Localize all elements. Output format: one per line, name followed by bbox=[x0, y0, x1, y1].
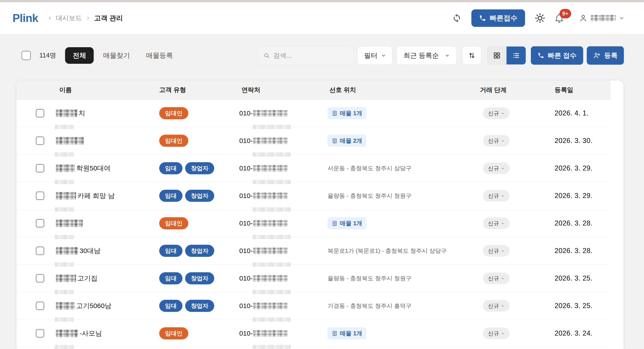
stage-dropdown[interactable]: 신규 bbox=[483, 162, 510, 174]
quick-intake-toolbar-label: 빠른 접수 bbox=[548, 51, 576, 60]
redacted-phone bbox=[253, 165, 288, 172]
phone-number-prefix: 010- bbox=[239, 109, 253, 117]
view-mode-toggle bbox=[487, 46, 526, 65]
sun-icon bbox=[535, 13, 545, 23]
stage-dropdown[interactable]: 신규 bbox=[483, 300, 510, 312]
row-checkbox[interactable] bbox=[36, 191, 44, 200]
redacted-phone bbox=[253, 330, 288, 337]
building-icon bbox=[332, 138, 338, 144]
redacted-phone bbox=[253, 247, 288, 254]
building-icon bbox=[332, 220, 338, 226]
register-customer-button[interactable]: 등록 bbox=[587, 46, 624, 65]
table-row: 30대남임대창업자010-북문로1가 (북문로1) - 충청북도 청주시 상당구… bbox=[16, 237, 610, 265]
list-view-button[interactable] bbox=[506, 47, 526, 65]
preferred-location: 율량동 - 충청북도 청주시 청원구 bbox=[328, 192, 412, 200]
preferred-location: 서문동 - 충청북도 청주시 상당구 bbox=[328, 164, 412, 172]
user-name-redacted bbox=[591, 15, 616, 21]
column-header-location: 선호 위치 bbox=[328, 86, 483, 94]
stage-label: 신규 bbox=[488, 302, 499, 310]
select-all-checkbox[interactable] bbox=[22, 51, 31, 60]
redacted-name bbox=[56, 219, 83, 227]
tab-find-listing[interactable]: 매물찾기 bbox=[96, 47, 137, 64]
chevron-down-icon bbox=[381, 53, 386, 58]
customer-type-badge: 임대인 bbox=[159, 327, 188, 339]
listing-count-chip[interactable]: 매물 1개 bbox=[328, 107, 366, 119]
row-checkbox[interactable] bbox=[36, 301, 44, 310]
redacted-name bbox=[56, 247, 78, 255]
table-header-row: 이름 고객 유형 연락처 선호 위치 거래 단계 등록일 bbox=[16, 81, 610, 100]
sort-order-label: 최근 등록순 bbox=[404, 51, 439, 60]
user-menu[interactable] bbox=[579, 14, 624, 23]
stage-dropdown[interactable]: 신규 bbox=[483, 327, 510, 339]
registered-date: 2026. 3. 24. bbox=[554, 329, 592, 337]
quick-intake-label: 빠른접수 bbox=[490, 14, 518, 23]
column-header-type: 고객 유형 bbox=[159, 86, 239, 94]
row-checkbox[interactable] bbox=[36, 246, 44, 255]
building-icon bbox=[332, 110, 338, 116]
stage-dropdown[interactable]: 신규 bbox=[483, 135, 510, 147]
grid-view-button[interactable] bbox=[487, 47, 506, 65]
stage-dropdown[interactable]: 신규 bbox=[483, 217, 510, 229]
chevron-down-icon bbox=[445, 53, 450, 58]
registered-date: 2026. 3. 28. bbox=[554, 247, 592, 255]
sort-direction-button[interactable] bbox=[462, 46, 481, 65]
chevron-down-icon bbox=[501, 139, 505, 143]
search-box bbox=[258, 46, 354, 65]
customer-name: 카페 희망 남 bbox=[77, 191, 115, 200]
row-checkbox[interactable] bbox=[36, 109, 44, 117]
registered-date: 2026. 3. 29. bbox=[554, 164, 592, 172]
phone-number-prefix: 010- bbox=[239, 329, 253, 337]
stage-label: 신규 bbox=[488, 137, 499, 145]
chevron-down-icon bbox=[501, 221, 505, 225]
quick-intake-button[interactable]: 빠른접수 bbox=[471, 10, 525, 27]
listing-count-label: 매물 2개 bbox=[340, 137, 362, 145]
redacted-name bbox=[56, 192, 76, 200]
theme-toggle-button[interactable] bbox=[535, 13, 545, 23]
stage-label: 신규 bbox=[488, 165, 499, 172]
stage-dropdown[interactable]: 신규 bbox=[483, 107, 510, 119]
row-checkbox[interactable] bbox=[36, 329, 44, 337]
column-header-contact: 연락처 bbox=[239, 86, 328, 94]
row-checkbox[interactable] bbox=[36, 274, 44, 282]
table-row: 치임대인010-매물 1개신규2026. 4. 1. bbox=[16, 100, 610, 127]
filter-button[interactable]: 필터 bbox=[358, 46, 392, 65]
refresh-button[interactable] bbox=[452, 14, 462, 23]
table-body: 치임대인010-매물 1개신규2026. 4. 1.임대인010-매물 2개신규… bbox=[16, 100, 610, 347]
listing-count-chip[interactable]: 매물 2개 bbox=[328, 135, 366, 147]
stage-dropdown[interactable]: 신규 bbox=[483, 245, 510, 257]
sort-order-select[interactable]: 최근 등록순 bbox=[396, 46, 456, 65]
customer-name: 30대남 bbox=[80, 246, 100, 255]
phone-number-prefix: 010- bbox=[239, 192, 253, 200]
tab-all[interactable]: 전체 bbox=[65, 47, 94, 64]
redacted-phone bbox=[253, 275, 288, 282]
quick-intake-button-toolbar[interactable]: 빠른 접수 bbox=[531, 46, 583, 65]
redacted-name bbox=[56, 274, 76, 282]
customer-name: 치 bbox=[78, 109, 85, 118]
search-input[interactable] bbox=[274, 52, 348, 59]
customer-type-badge: 임대인 bbox=[159, 107, 188, 119]
customer-type-badge: 창업자 bbox=[185, 245, 214, 257]
customer-table-card: 이름 고객 유형 연락처 선호 위치 거래 단계 등록일 치임대인010-매물 … bbox=[16, 81, 624, 349]
row-checkbox[interactable] bbox=[36, 164, 44, 172]
grid-icon bbox=[493, 52, 501, 59]
redacted-name bbox=[56, 109, 77, 117]
customer-type-badge: 창업자 bbox=[185, 300, 214, 312]
phone-number-prefix: 010- bbox=[239, 164, 253, 172]
breadcrumb-dashboard[interactable]: 대시보드 bbox=[56, 14, 82, 23]
tab-register-listing[interactable]: 매물등록 bbox=[139, 47, 180, 64]
stage-label: 신규 bbox=[488, 275, 499, 282]
column-header-name: 이름 bbox=[56, 86, 159, 94]
stage-label: 신규 bbox=[488, 110, 499, 117]
phone-number-prefix: 010- bbox=[239, 302, 253, 310]
phone-number-prefix: 010- bbox=[239, 219, 253, 227]
row-checkbox[interactable] bbox=[36, 136, 44, 145]
redacted-name bbox=[56, 164, 75, 172]
stage-dropdown[interactable]: 신규 bbox=[483, 272, 510, 284]
user-icon bbox=[579, 14, 588, 23]
row-checkbox[interactable] bbox=[36, 219, 44, 227]
stage-dropdown[interactable]: 신규 bbox=[483, 190, 510, 202]
redacted-phone bbox=[253, 192, 288, 199]
listing-count-chip[interactable]: 매물 1개 bbox=[328, 327, 366, 339]
listing-count-chip[interactable]: 매물 1개 bbox=[328, 217, 366, 229]
redacted-name bbox=[56, 137, 84, 145]
